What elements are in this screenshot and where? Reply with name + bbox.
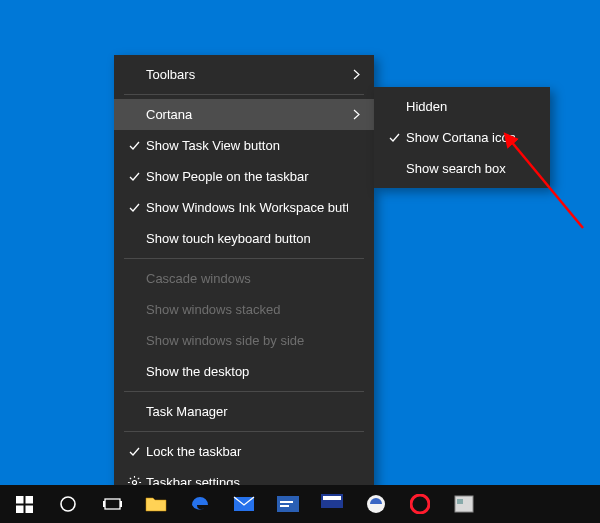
- menu-show-task-view[interactable]: Show Task View button: [114, 130, 374, 161]
- edge-icon: [190, 494, 210, 514]
- separator: [124, 258, 364, 259]
- svg-rect-14: [323, 496, 341, 500]
- edge-browser[interactable]: [178, 485, 222, 523]
- submenu-hidden[interactable]: Hidden: [374, 91, 550, 122]
- annotation-arrow-icon: [498, 128, 588, 238]
- check-icon: [122, 170, 146, 183]
- separator: [124, 431, 364, 432]
- check-icon: [122, 445, 146, 458]
- menu-label: Cortana: [146, 107, 348, 122]
- menu-cortana[interactable]: Cortana: [114, 99, 374, 130]
- separator: [124, 391, 364, 392]
- menu-label: Toolbars: [146, 67, 348, 82]
- opera-browser[interactable]: [398, 485, 442, 523]
- menu-label: Show windows side by side: [146, 333, 348, 348]
- svg-rect-12: [280, 505, 289, 507]
- task-view-button[interactable]: [90, 485, 134, 523]
- menu-toolbars[interactable]: Toolbars: [114, 59, 374, 90]
- mail-icon: [233, 496, 255, 512]
- menu-cascade-windows: Cascade windows: [114, 263, 374, 294]
- menu-label: Lock the taskbar: [146, 444, 348, 459]
- app-3[interactable]: [354, 485, 398, 523]
- menu-label: Show the desktop: [146, 364, 348, 379]
- chevron-right-icon: [348, 109, 364, 120]
- menu-show-desktop[interactable]: Show the desktop: [114, 356, 374, 387]
- menu-label: Task Manager: [146, 404, 348, 419]
- mail-app[interactable]: [222, 485, 266, 523]
- svg-rect-18: [457, 499, 463, 504]
- svg-point-5: [61, 497, 75, 511]
- menu-lock-taskbar[interactable]: Lock the taskbar: [114, 436, 374, 467]
- menu-show-touch-keyboard[interactable]: Show touch keyboard button: [114, 223, 374, 254]
- app-icon: [366, 494, 386, 514]
- app-icon: [277, 496, 299, 512]
- check-icon: [122, 201, 146, 214]
- menu-label: Show Task View button: [146, 138, 348, 153]
- opera-icon: [410, 494, 430, 514]
- folder-icon: [145, 495, 167, 513]
- menu-label: Show touch keyboard button: [146, 231, 348, 246]
- taskbar-context-menu: Toolbars Cortana Show Task View button S…: [114, 55, 374, 502]
- windows-icon: [16, 496, 33, 513]
- svg-rect-8: [120, 501, 122, 507]
- separator: [124, 94, 364, 95]
- check-icon: [122, 139, 146, 152]
- svg-point-16: [411, 495, 429, 513]
- svg-rect-4: [25, 505, 33, 513]
- svg-rect-7: [103, 501, 105, 507]
- start-button[interactable]: [2, 485, 46, 523]
- svg-rect-11: [280, 501, 293, 503]
- app-1[interactable]: [266, 485, 310, 523]
- taskbar[interactable]: [0, 485, 600, 523]
- svg-rect-10: [277, 496, 299, 512]
- file-explorer[interactable]: [134, 485, 178, 523]
- menu-show-ink-workspace[interactable]: Show Windows Ink Workspace button: [114, 192, 374, 223]
- menu-label: Hidden: [406, 99, 540, 114]
- task-view-icon: [103, 497, 122, 511]
- menu-label: Show windows stacked: [146, 302, 348, 317]
- cortana-button[interactable]: [46, 485, 90, 523]
- menu-label: Show Windows Ink Workspace button: [146, 200, 348, 215]
- menu-label: Cascade windows: [146, 271, 348, 286]
- svg-rect-2: [25, 496, 33, 504]
- cortana-icon: [59, 495, 77, 513]
- menu-show-people[interactable]: Show People on the taskbar: [114, 161, 374, 192]
- app-icon: [321, 494, 343, 514]
- svg-rect-6: [105, 499, 120, 509]
- app-2[interactable]: [310, 485, 354, 523]
- app-4[interactable]: [442, 485, 486, 523]
- svg-rect-3: [16, 505, 24, 513]
- chevron-right-icon: [348, 69, 364, 80]
- menu-show-stacked: Show windows stacked: [114, 294, 374, 325]
- menu-task-manager[interactable]: Task Manager: [114, 396, 374, 427]
- menu-show-side-by-side: Show windows side by side: [114, 325, 374, 356]
- menu-label: Show People on the taskbar: [146, 169, 348, 184]
- svg-point-0: [132, 480, 136, 484]
- svg-rect-1: [16, 496, 24, 504]
- check-icon: [382, 131, 406, 144]
- app-icon: [454, 495, 474, 513]
